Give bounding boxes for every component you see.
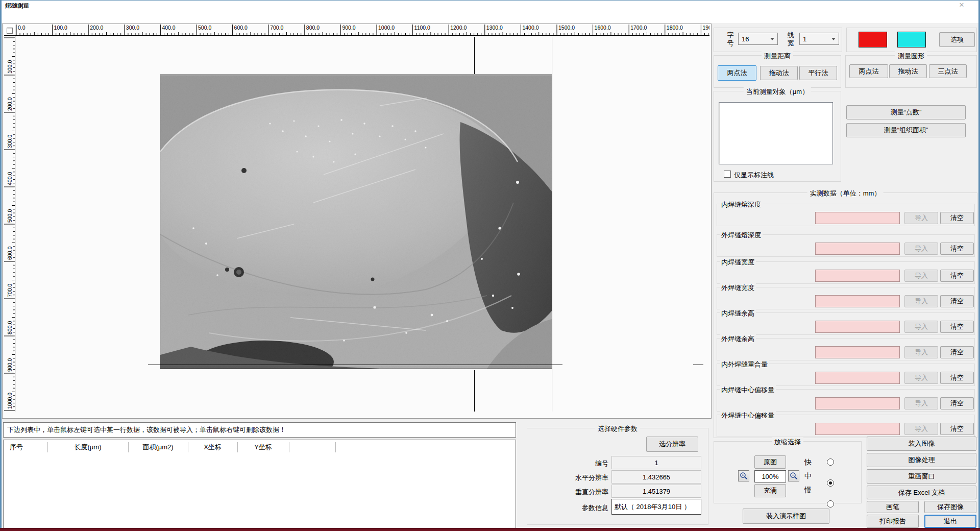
- horizontal-guide-line: [148, 365, 562, 365]
- import-button[interactable]: 导入: [904, 321, 938, 333]
- zoom-in-icon[interactable]: [738, 470, 749, 481]
- save-excel-button[interactable]: 保存 Excel 文档: [867, 486, 976, 499]
- distance-drag-button[interactable]: 拖动法: [760, 66, 798, 80]
- measurement-value-field[interactable]: [815, 397, 900, 409]
- hruler-label: 800.0: [306, 25, 320, 31]
- circle-two-point-button[interactable]: 两点法: [849, 64, 888, 78]
- hruler-label: 200.0: [90, 25, 103, 31]
- measure-color-swatch-red[interactable]: [859, 32, 887, 47]
- field-id[interactable]: 1: [611, 456, 701, 469]
- clear-button[interactable]: 清空: [940, 423, 974, 435]
- distance-parallel-button[interactable]: 平行法: [799, 66, 837, 80]
- font-size-dropdown[interactable]: 16: [738, 33, 778, 45]
- speed-medium-label: 中: [804, 472, 812, 481]
- image-processing-button[interactable]: 图像处理: [867, 453, 976, 467]
- menu-bar: [0, 10, 980, 24]
- vertical-ruler: 0.0100.0200.0300.0400.0500.0600.0700.080…: [4, 36, 15, 412]
- measure-area-button[interactable]: 测量“组织面积”: [846, 123, 966, 137]
- menu-item-rz300[interactable]: RZ300: [5, 2, 25, 10]
- line-width-dropdown[interactable]: 1: [799, 33, 839, 45]
- import-button[interactable]: 导入: [904, 423, 938, 435]
- select-resolution-button[interactable]: 选分辨率: [646, 437, 698, 452]
- measurement-row-label: 内焊缝余高: [720, 309, 756, 318]
- field-paraminfo[interactable]: 默认（ 2018年3月10日 ）: [611, 499, 701, 515]
- distance-two-point-button[interactable]: 两点法: [718, 65, 756, 81]
- import-button[interactable]: 导入: [904, 212, 938, 224]
- hruler-label: 1600.0: [595, 25, 611, 31]
- circle-drag-button[interactable]: 拖动法: [889, 64, 927, 78]
- current-object-listbox[interactable]: [719, 102, 833, 164]
- clear-button[interactable]: 清空: [940, 212, 974, 224]
- speed-slow-radio[interactable]: [827, 500, 834, 508]
- speed-fast-radio[interactable]: [827, 458, 834, 466]
- circle-three-point-button[interactable]: 三点法: [929, 64, 967, 78]
- measurement-value-field[interactable]: [815, 295, 900, 307]
- zoom-percent-field[interactable]: 100%: [754, 470, 786, 482]
- hruler-label: 100.0: [54, 25, 67, 31]
- line-width-value: 1: [803, 35, 806, 43]
- measurement-value-field[interactable]: [815, 321, 900, 333]
- measurement-value-field[interactable]: [815, 372, 900, 384]
- measure-points-button[interactable]: 测量“点数”: [846, 105, 966, 119]
- zoom-original-button[interactable]: 原图: [754, 455, 786, 469]
- print-report-button[interactable]: 打印报告: [867, 515, 919, 528]
- clear-button[interactable]: 清空: [940, 243, 974, 255]
- import-button[interactable]: 导入: [904, 270, 938, 282]
- vruler-label: 0.0: [7, 36, 13, 36]
- line-width-label: 线宽: [787, 31, 794, 47]
- table-header-divider: [47, 442, 48, 452]
- import-button[interactable]: 导入: [904, 243, 938, 255]
- show-annotation-only-checkbox[interactable]: [724, 171, 731, 178]
- weld-specimen-image[interactable]: [160, 75, 552, 369]
- import-button[interactable]: 导入: [904, 346, 938, 358]
- table-header-cell[interactable]: 长度(μm): [47, 443, 128, 452]
- horizontal-guide-tick: [693, 365, 703, 365]
- measurement-value-field[interactable]: [815, 243, 900, 255]
- table-header-divider: [335, 442, 336, 452]
- speed-medium-radio[interactable]: [827, 479, 834, 487]
- zoom-out-icon[interactable]: [788, 470, 799, 481]
- measurement-value-field[interactable]: [815, 212, 900, 224]
- clear-button[interactable]: 清空: [940, 397, 974, 409]
- measurement-value-field[interactable]: [815, 270, 900, 282]
- zoom-fill-button[interactable]: 充满: [754, 484, 786, 497]
- clear-button[interactable]: 清空: [940, 346, 974, 358]
- exit-button[interactable]: 退出: [924, 515, 976, 528]
- vruler-label: 600.0: [7, 247, 13, 260]
- horizontal-ruler: 0.0100.0200.0300.0400.0500.0600.0700.080…: [15, 25, 709, 36]
- hruler-label: 1800.0: [667, 25, 683, 31]
- vruler-label: 900.0: [7, 358, 13, 372]
- measure-color-swatch-cyan[interactable]: [897, 32, 926, 47]
- paintbrush-button[interactable]: 画笔: [867, 501, 919, 513]
- import-button[interactable]: 导入: [904, 372, 938, 384]
- status-message: 下边列表中，单击鼠标左键可选中某一行数据，该数据可被导入；单击鼠标右键可删除该数…: [3, 422, 516, 438]
- measurement-value-field[interactable]: [815, 346, 900, 358]
- clear-button[interactable]: 清空: [940, 321, 974, 333]
- field-vres[interactable]: 1.451379: [611, 485, 701, 498]
- hruler-label: 1400.0: [522, 25, 538, 31]
- table-header-cell[interactable]: X坐标: [188, 443, 237, 452]
- close-icon[interactable]: ✕: [950, 1, 973, 10]
- clear-button[interactable]: 清空: [940, 270, 974, 282]
- load-demo-image-button[interactable]: 装入演示样图: [743, 509, 829, 524]
- table-header-cell[interactable]: 面积(μm2): [128, 443, 188, 452]
- hruler-label: 1500.0: [558, 25, 575, 31]
- clear-button[interactable]: 清空: [940, 372, 974, 384]
- zoom-group-title: 放缩选择: [772, 438, 803, 447]
- options-button[interactable]: 选项: [939, 32, 975, 47]
- field-hres[interactable]: 1.432665: [611, 470, 701, 484]
- window-border-left: [0, 0, 2, 531]
- measurement-row-label: 外焊缝余高: [720, 334, 756, 344]
- redraw-window-button[interactable]: 重画窗口: [867, 469, 976, 484]
- table-header-cell[interactable]: 序号: [4, 443, 47, 452]
- measurement-value-field[interactable]: [815, 423, 900, 435]
- table-header-cell[interactable]: Y坐标: [237, 443, 289, 452]
- load-image-button[interactable]: 装入图像: [867, 437, 976, 451]
- measurement-table[interactable]: 序号长度(μm)面积(μm2)X坐标Y坐标: [3, 440, 516, 528]
- save-image-button[interactable]: 保存图像: [924, 501, 976, 513]
- clear-button[interactable]: 清空: [940, 295, 974, 307]
- field-label-hres: 水平分辨率: [531, 473, 608, 482]
- import-button[interactable]: 导入: [904, 397, 938, 409]
- import-button[interactable]: 导入: [904, 295, 938, 307]
- show-annotation-only-label: 仅显示标注线: [734, 171, 774, 180]
